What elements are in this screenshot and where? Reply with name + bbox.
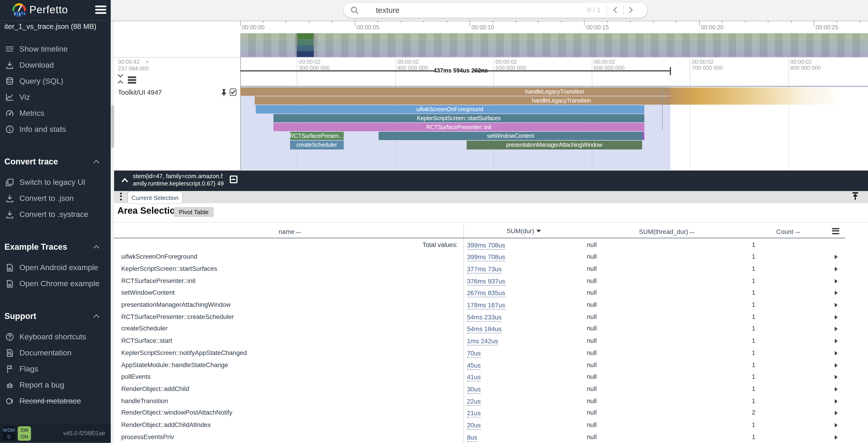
cell-sum-dur[interactable]: 41us bbox=[467, 372, 481, 382]
cell-sum-dur[interactable]: 22us bbox=[467, 396, 481, 406]
cell-sum-dur[interactable]: 399ms 708us bbox=[467, 252, 505, 261]
cell-sum-dur[interactable]: 21us bbox=[467, 408, 481, 417]
minimap-selection-band[interactable] bbox=[297, 33, 314, 39]
track-checkbox[interactable] bbox=[229, 89, 236, 95]
trace-slice-uifwkscreenonforeground[interactable]: uifwkScreenOnForeground bbox=[255, 105, 644, 114]
tab-current-selection[interactable]: Current Selection bbox=[128, 191, 182, 203]
expand-row-icon[interactable] bbox=[835, 399, 838, 403]
table-row[interactable]: pollEvents41usnull1 bbox=[114, 371, 868, 383]
cell-sum-dur[interactable]: 377ms 73us bbox=[467, 264, 502, 273]
table-row[interactable]: RenderObject::addChildAtIndex20usnull1 bbox=[114, 419, 868, 431]
expand-row-icon[interactable] bbox=[835, 315, 838, 319]
minimap-selection-band[interactable] bbox=[297, 39, 314, 45]
cell-sum-dur[interactable]: 70us bbox=[467, 348, 481, 357]
expand-row-icon[interactable] bbox=[835, 291, 838, 295]
sidebar-item-documentation[interactable]: Documentation bbox=[0, 345, 111, 361]
cell-sum-dur[interactable]: 376ms 937us bbox=[467, 276, 505, 285]
cell-sum-dur[interactable]: 20us bbox=[467, 420, 481, 430]
cell-sum-dur[interactable]: 178ms 167us bbox=[467, 300, 505, 310]
sidebar-item-download[interactable]: Download bbox=[0, 57, 111, 73]
trace-slice-createscheduler[interactable]: createScheduler bbox=[290, 141, 343, 149]
table-row[interactable]: uifwkScreenOnForeground399ms 708usnull1 bbox=[114, 251, 868, 263]
sidebar-item-report-a-bug[interactable]: Report a bug bbox=[0, 377, 111, 393]
sidebar-item-switch-to-legacy-ui[interactable]: Switch to legacy UI bbox=[0, 175, 111, 191]
expand-panel-icon[interactable] bbox=[851, 192, 859, 200]
expand-row-icon[interactable] bbox=[835, 435, 838, 439]
trace-slice-handlelegacytransition[interactable]: handleLegacyTransition bbox=[254, 96, 670, 105]
expand-row-icon[interactable] bbox=[835, 423, 838, 428]
cell-sum-dur[interactable]: 54ms 233us bbox=[467, 312, 502, 321]
pin-icon[interactable] bbox=[220, 89, 227, 96]
table-row[interactable]: RCTSurfacePresenter::init376ms 937usnull… bbox=[114, 275, 868, 287]
cell-sum-dur[interactable]: 30us bbox=[467, 384, 481, 393]
cell-sum-dur[interactable]: 45us bbox=[467, 360, 481, 370]
table-row[interactable]: RCTSurface::start1ms 242usnull1 bbox=[114, 335, 868, 347]
column-header-sum-dur[interactable]: SUM(dur) bbox=[506, 224, 540, 238]
table-row[interactable]: presentationManagerAttachingWindow178ms … bbox=[114, 299, 868, 311]
sidebar-scrollbar-thumb[interactable] bbox=[111, 105, 114, 148]
cell-sum-dur[interactable]: 1ms 242us bbox=[467, 336, 498, 346]
sidebar-item-query-sql-[interactable]: Query (SQL) bbox=[0, 73, 111, 89]
column-menu-icon[interactable] bbox=[690, 224, 695, 238]
next-result-icon[interactable] bbox=[628, 7, 633, 13]
trace-slice-keplerscriptscreen-startsurfaces[interactable]: KeplerScriptScreen::startSurfaces bbox=[274, 114, 644, 123]
sidebar-item-record-metatrace[interactable]: Record metatrace bbox=[0, 393, 111, 409]
minimap-selection-band[interactable] bbox=[297, 51, 314, 57]
track-options-icon[interactable] bbox=[128, 76, 136, 84]
expand-row-icon[interactable] bbox=[835, 351, 838, 355]
sidebar-item-open-chrome-example[interactable]: Open Chrome example bbox=[0, 276, 111, 292]
table-row[interactable]: KeplerScriptScreen::startSurfaces377ms 7… bbox=[114, 263, 868, 275]
search-box[interactable]: texture 0 / 1 bbox=[344, 2, 647, 18]
sidebar-section-support[interactable]: Support bbox=[0, 308, 111, 324]
trace-slice-presentationmanagerattachingwindow[interactable]: presentationManagerAttachingWindow bbox=[466, 141, 642, 149]
trace-slice-handlelegacytransition[interactable]: handleLegacyTransition bbox=[240, 87, 670, 96]
minimap-selection-band[interactable] bbox=[297, 45, 314, 51]
sidebar-item-show-timeline[interactable]: Show timeline bbox=[0, 41, 111, 57]
cell-sum-dur[interactable]: 399ms 708us bbox=[467, 240, 505, 250]
expand-row-icon[interactable] bbox=[835, 279, 838, 283]
sidebar-item-metrics[interactable]: Metrics bbox=[0, 105, 111, 121]
cell-sum-dur[interactable]: 267ms 835us bbox=[467, 288, 505, 297]
column-menu-icon[interactable] bbox=[795, 224, 800, 238]
sidebar-item-convert-to-systrace[interactable]: Convert to .systrace bbox=[0, 207, 111, 223]
expand-row-icon[interactable] bbox=[835, 327, 838, 331]
hamburger-menu-icon[interactable] bbox=[95, 5, 106, 14]
table-row[interactable]: KeplerScriptScreen::notifyAppStateChange… bbox=[114, 347, 868, 359]
table-row[interactable]: RCTSurfacePresenter::createScheduler54ms… bbox=[114, 311, 868, 323]
cell-sum-dur[interactable]: 54ms 184us bbox=[467, 324, 502, 334]
expand-row-icon[interactable] bbox=[835, 411, 838, 415]
viewport-right-handle[interactable] bbox=[313, 35, 315, 46]
remove-selection-icon[interactable] bbox=[229, 175, 238, 183]
expand-row-icon[interactable] bbox=[835, 339, 838, 343]
sidebar-item-viz[interactable]: Viz bbox=[0, 89, 111, 105]
sidebar-item-flags[interactable]: Flags bbox=[0, 361, 111, 377]
column-header-sum-thread-dur[interactable]: SUM(thread_dur) bbox=[639, 224, 695, 238]
sidebar-section-example-traces[interactable]: Example Traces bbox=[0, 239, 111, 255]
expand-row-icon[interactable] bbox=[835, 387, 838, 391]
expand-row-icon[interactable] bbox=[835, 363, 838, 367]
collapse-tracks-icon[interactable] bbox=[117, 73, 124, 84]
trace-slice-tiny[interactable] bbox=[642, 132, 644, 140]
sidebar-scrollbar[interactable] bbox=[111, 21, 114, 443]
expand-row-icon[interactable] bbox=[835, 255, 838, 259]
column-menu-icon[interactable] bbox=[296, 224, 302, 238]
table-row[interactable]: RenderObject::addChild30usnull1 bbox=[114, 383, 868, 395]
search-input[interactable]: texture bbox=[376, 2, 399, 18]
column-header-count[interactable]: Count bbox=[776, 224, 800, 238]
sidebar-item-keyboard-shortcuts[interactable]: Keyboard shortcuts bbox=[0, 329, 111, 345]
sidebar-item-open-android-example[interactable]: Open Android example bbox=[0, 259, 111, 276]
table-row[interactable]: createScheduler54ms 184usnull1 bbox=[114, 323, 868, 335]
table-row[interactable]: setWindowContent267ms 835usnull1 bbox=[114, 287, 868, 299]
column-header-name[interactable]: name bbox=[279, 224, 302, 238]
sidebar-item-convert-to-json[interactable]: Convert to .json bbox=[0, 191, 111, 207]
trace-slice-setwindowcontent[interactable]: setWindowContent bbox=[379, 132, 643, 140]
prev-result-icon[interactable] bbox=[613, 7, 618, 13]
sidebar-item-info-and-stats[interactable]: Info and stats bbox=[0, 121, 111, 137]
table-menu-icon[interactable] bbox=[832, 228, 839, 234]
expand-row-icon[interactable] bbox=[835, 303, 838, 307]
table-row[interactable]: processEventsPriv8usnull1 bbox=[114, 431, 868, 443]
expand-row-icon[interactable] bbox=[835, 267, 838, 271]
track-title[interactable]: Toolkit/UI 4947 bbox=[118, 89, 162, 96]
cell-sum-dur[interactable]: 8us bbox=[467, 432, 477, 442]
table-row[interactable]: AppStateModule::handleStateChange45usnul… bbox=[114, 359, 868, 371]
